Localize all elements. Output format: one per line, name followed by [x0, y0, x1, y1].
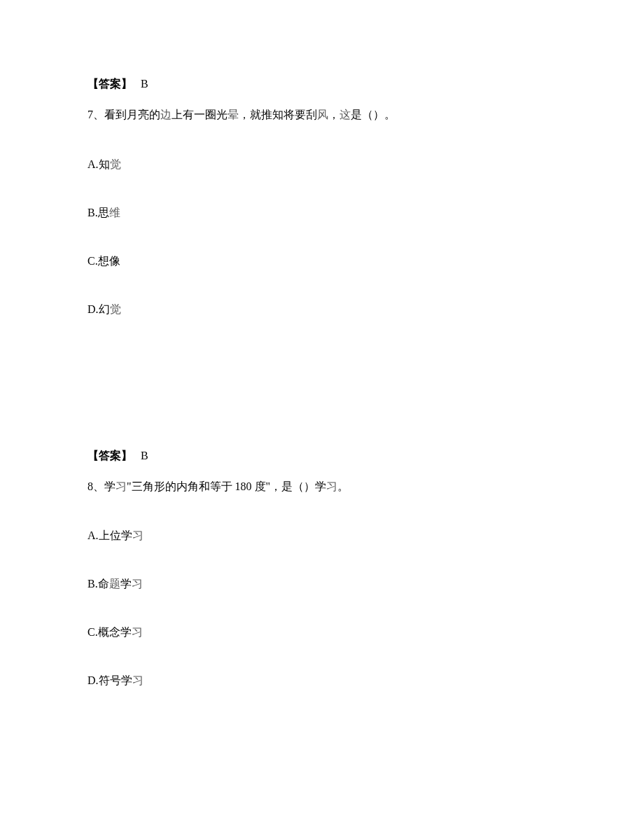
option-gray: 觉 — [110, 158, 121, 170]
q8-text-2: "三角形的内角和等于 180 度"，是（）学 — [127, 480, 326, 492]
q7-option-b: B.思维 — [88, 206, 556, 221]
q7-text-gray-1: 边 — [160, 109, 172, 120]
answer-value: B — [141, 78, 148, 90]
q7-text-gray-4: 这 — [340, 109, 351, 120]
option-gray: 觉 — [110, 303, 121, 315]
option-mid: 学 — [120, 578, 132, 590]
option-text: C.概念学 — [88, 626, 132, 638]
option-text: D.幻 — [88, 303, 110, 315]
q8-option-a: A.上位学习 — [88, 529, 556, 543]
q8-option-d: D.符号学习 — [88, 674, 556, 688]
q8-text-1: 学 — [104, 480, 115, 492]
q7-text-3: ，就推知将要刮 — [239, 109, 317, 120]
q7-text-4: ， — [328, 109, 340, 120]
answer-value: B — [141, 450, 148, 461]
q8-text-gray-2: 习 — [326, 480, 337, 492]
option-text: A.知 — [88, 158, 110, 170]
answer-label: 【答案】 — [88, 78, 132, 90]
option-text: D.符号学 — [88, 674, 132, 686]
q8-text-gray-1: 习 — [115, 480, 127, 492]
q7-text-2: 上有一圈光 — [172, 109, 227, 120]
question-number: 7、 — [88, 109, 104, 120]
option-gray: 习 — [132, 626, 143, 638]
option-gray-2: 习 — [132, 578, 143, 590]
q7-text-gray-3: 风 — [317, 109, 328, 120]
q7-text-5: 是（）。 — [351, 109, 396, 120]
option-gray: 习 — [132, 674, 144, 686]
question-8: 8、学习"三角形的内角和等于 180 度"，是（）学习。 — [88, 478, 556, 496]
option-text: B.命 — [88, 578, 109, 590]
question-number: 8、 — [88, 480, 104, 492]
option-gray: 维 — [109, 207, 120, 218]
answer-label: 【答案】 — [88, 450, 132, 461]
option-gray: 习 — [132, 529, 144, 541]
q7-option-c: C.想像 — [88, 254, 556, 269]
q7-option-a: A.知觉 — [88, 158, 556, 172]
option-gray-1: 题 — [109, 578, 120, 590]
q7-text-1: 看到月亮的 — [104, 109, 160, 120]
q7-answer: 【答案】 B — [88, 449, 556, 464]
option-text: B.思 — [88, 207, 109, 218]
q7-text-gray-2: 晕 — [227, 109, 239, 120]
option-text: C.想像 — [88, 255, 120, 267]
q8-option-b: B.命题学习 — [88, 577, 556, 592]
q8-option-c: C.概念学习 — [88, 625, 556, 640]
q7-option-d: D.幻觉 — [88, 303, 556, 317]
option-text: A.上位学 — [88, 529, 132, 541]
question-7: 7、看到月亮的边上有一圈光晕，就推知将要刮风，这是（）。 — [88, 106, 556, 124]
q8-text-3: 。 — [337, 480, 349, 492]
q7-prev-answer: 【答案】 B — [88, 77, 556, 92]
